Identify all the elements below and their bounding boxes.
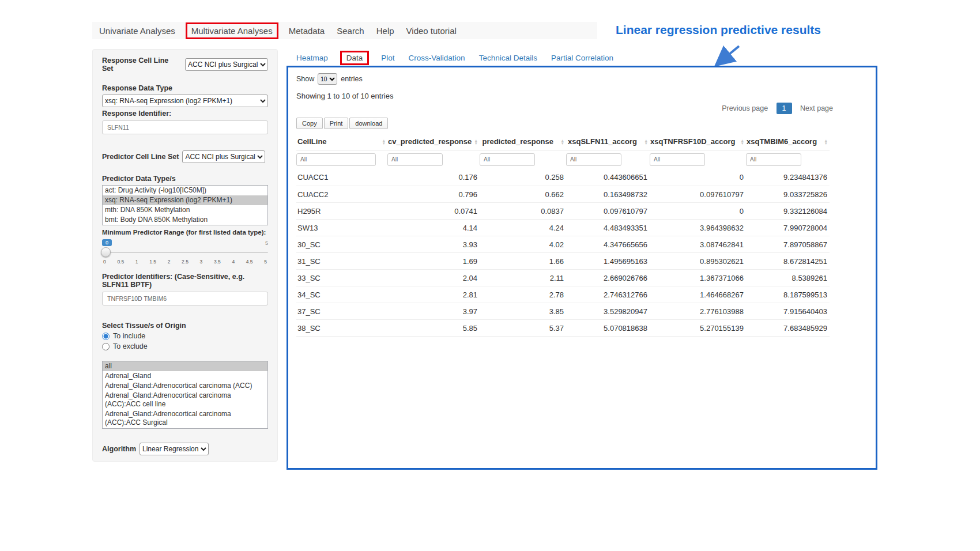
filter-input-xsqtmbim6-accorg[interactable]: [746, 153, 801, 166]
current-page-button[interactable]: 1: [777, 103, 792, 114]
predictor-cell-line-set-select[interactable]: ACC NCI plus Surgical: [182, 150, 265, 163]
list-option-mth-dna-850k-methylation[interactable]: mth: DNA 850K Methylation: [103, 205, 267, 215]
cell-line-cell: 37_SC: [296, 303, 387, 320]
list-option-all[interactable]: all: [103, 361, 267, 371]
nav-item-metadata[interactable]: Metadata: [289, 26, 325, 36]
slider-tick: 3: [200, 259, 203, 265]
tab-heatmap[interactable]: Heatmap: [296, 54, 328, 62]
value-cell: 2.04: [387, 270, 480, 286]
response-identifier-input[interactable]: [102, 120, 268, 134]
download-button[interactable]: download: [349, 118, 388, 129]
column-header-xsqslfn11-accorg[interactable]: xsqSLFN11_accorg▲▼: [566, 134, 650, 150]
annotation-title: Linear regression predictive results: [616, 23, 864, 37]
header-row: CellLine▲▼cv_predicted_response▲▼predict…: [296, 134, 830, 150]
predictor-cell-line-set-label: Predictor Cell Line Set: [102, 153, 179, 161]
list-option-act-drug-activity-log10-ic50m[interactable]: act: Drug Activity (-log10[IC50M]): [103, 186, 267, 195]
filter-row: [296, 150, 830, 169]
sort-icon: ▲▼: [561, 138, 564, 145]
value-cell: 1.367371066: [650, 270, 746, 286]
table-row: 30_SC3.934.024.3476656563.0874628417.897…: [296, 236, 830, 253]
show-entries-select[interactable]: 10: [318, 73, 337, 85]
value-cell: 0.097610797: [566, 203, 650, 220]
min-predictor-range-label: Minimum Predictor Range (for first liste…: [102, 229, 268, 236]
filter-cell: [480, 150, 566, 169]
value-cell: 0.176: [387, 169, 480, 186]
filter-input-cellline[interactable]: [296, 153, 376, 166]
response-cell-line-set-select[interactable]: ACC NCI plus Surgical: [185, 58, 268, 71]
slider-tick: 2: [168, 259, 171, 265]
column-header-xsqtmbim6-accorg[interactable]: xsqTMBIM6_accorg▲▼: [746, 134, 830, 150]
show-entries-prefix: Show: [296, 75, 314, 83]
nav-item-multivariate-analyses[interactable]: Multivariate Analyses: [186, 22, 278, 39]
predictor-identifiers-input[interactable]: [102, 292, 268, 305]
nav-item-video-tutorial[interactable]: Video tutorial: [406, 26, 457, 36]
radio-to-include[interactable]: To include: [102, 332, 268, 340]
slider-tick: 0.5: [117, 259, 124, 265]
filter-input-cv-predicted-response[interactable]: [387, 153, 443, 166]
column-header-predicted-response[interactable]: predicted_response▲▼: [480, 134, 566, 150]
column-header-cellline[interactable]: CellLine▲▼: [296, 134, 387, 150]
filter-input-xsqslfn11-accorg[interactable]: [566, 153, 621, 166]
slider-tick: 4.5: [246, 259, 253, 265]
value-cell: 8.672814251: [746, 253, 830, 270]
algorithm-row: Algorithm Linear Regression: [102, 443, 268, 455]
main-tabs: HeatmapDataPlotCross-ValidationTechnical…: [296, 50, 613, 66]
value-cell: 1.464668267: [650, 286, 746, 303]
slider-handle[interactable]: [101, 247, 111, 257]
tab-technical-details[interactable]: Technical Details: [479, 54, 537, 62]
nav-item-help[interactable]: Help: [376, 26, 394, 36]
filter-cell: [650, 150, 746, 169]
list-option-adrenal-gland-adrenocortical-carcinoma-acc-acc-surgical[interactable]: Adrenal_Gland:Adrenocortical carcinoma (…: [103, 409, 267, 428]
value-cell: 4.483493351: [566, 220, 650, 236]
column-header-label: xsqTNFRSF10D_accorg: [650, 137, 735, 146]
algorithm-select[interactable]: Linear Regression: [140, 443, 209, 455]
next-page-button[interactable]: Next page: [796, 102, 838, 115]
response-data-type-select[interactable]: xsq: RNA-seq Expression (log2 FPKM+1): [102, 95, 268, 107]
tab-data[interactable]: Data: [340, 51, 370, 65]
value-cell: 2.776103988: [650, 303, 746, 320]
filter-input-xsqtnfrsf10d-accorg[interactable]: [650, 153, 705, 166]
list-option-bmt-body-dna-850k-methylation[interactable]: bmt: Body DNA 850K Methylation: [103, 215, 267, 225]
nav-item-univariate-analyses[interactable]: Univariate Analyses: [99, 26, 175, 36]
cell-line-cell: CUACC1: [296, 169, 387, 186]
table-body: CUACC10.1760.2580.44360665109.234841376C…: [296, 169, 830, 337]
filter-cell: [746, 150, 830, 169]
list-option-adrenal-gland-adrenocortical-carcinoma-acc[interactable]: Adrenal_Gland:Adrenocortical carcinoma (…: [103, 381, 267, 391]
min-predictor-range-slider: 0 5 00.511.522.533.544.55: [102, 239, 268, 269]
tab-cross-validation[interactable]: Cross-Validation: [409, 54, 465, 62]
value-cell: 3.964398632: [650, 220, 746, 236]
column-header-label: xsqTMBIM6_accorg: [747, 137, 817, 146]
value-cell: 1.66: [480, 253, 566, 270]
tissue-origin-list: allAdrenal_GlandAdrenal_Gland:Adrenocort…: [102, 361, 268, 429]
table-row: 33_SC2.042.112.6690267661.3673710668.538…: [296, 270, 830, 286]
list-option-adrenal-gland-adrenocortical-carcinoma-acc-acc-cell-line[interactable]: Adrenal_Gland:Adrenocortical carcinoma (…: [103, 391, 267, 409]
radio-input-to-exclude[interactable]: [102, 343, 110, 350]
slider-tick: 0: [103, 259, 106, 265]
column-header-cv-predicted-response[interactable]: cv_predicted_response▲▼: [387, 134, 480, 150]
slider-track[interactable]: [102, 252, 268, 253]
value-cell: 0: [650, 169, 746, 186]
predictor-cell-line-set-row: Predictor Cell Line Set ACC NCI plus Sur…: [102, 150, 268, 163]
value-cell: 0.796: [387, 186, 480, 203]
value-cell: 3.529820947: [566, 303, 650, 320]
print-button[interactable]: Print: [324, 118, 349, 129]
value-cell: 7.990728004: [746, 220, 830, 236]
slider-tick: 3.5: [214, 259, 221, 265]
radio-to-exclude[interactable]: To exclude: [102, 342, 268, 350]
list-option-adrenal-gland[interactable]: Adrenal_Gland: [103, 371, 267, 381]
sidebar: Response Cell Line Set ACC NCI plus Surg…: [92, 49, 278, 462]
filter-cell: [296, 150, 387, 169]
column-header-xsqtnfrsf10d-accorg[interactable]: xsqTNFRSF10D_accorg▲▼: [650, 134, 746, 150]
filter-input-predicted-response[interactable]: [480, 153, 535, 166]
tab-partial-correlation[interactable]: Partial Correlation: [551, 54, 613, 62]
column-header-label: cv_predicted_response: [388, 137, 472, 146]
cell-line-cell: 30_SC: [296, 236, 387, 253]
list-option-xsq-rna-seq-expression-log2-fpkm-1[interactable]: xsq: RNA-seq Expression (log2 FPKM+1): [103, 195, 267, 205]
tab-plot[interactable]: Plot: [381, 54, 394, 62]
filter-cell: [566, 150, 650, 169]
copy-button[interactable]: Copy: [296, 118, 323, 129]
nav-item-search[interactable]: Search: [337, 26, 364, 36]
export-buttons: CopyPrintdownload: [296, 118, 868, 129]
radio-input-to-include[interactable]: [102, 333, 110, 340]
previous-page-button[interactable]: Previous page: [717, 102, 772, 115]
